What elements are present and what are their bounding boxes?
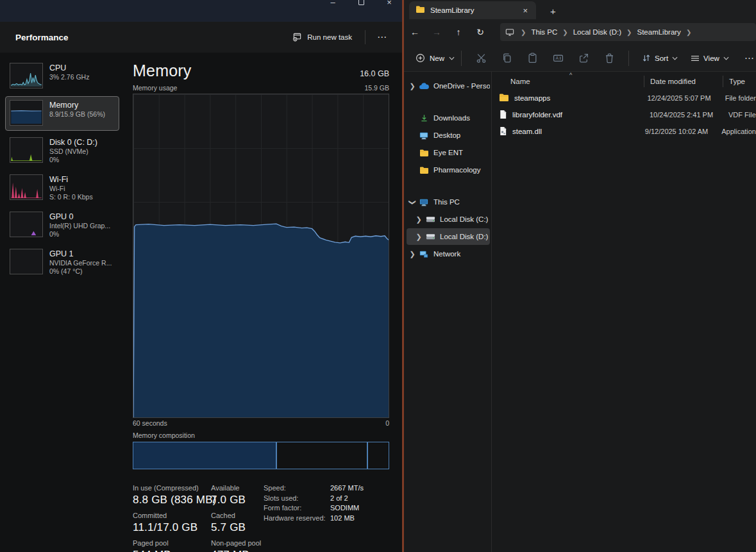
memory-usage-label: Memory usage [133, 84, 177, 92]
file-row-libraryfolder-vdf[interactable]: libraryfolder.vdf 10/24/2025 2:41 PM VDF… [494, 106, 756, 123]
sidebar-item-gpu1[interactable]: GPU 1 NVIDIA GeForce R... 0% (47 °C) [5, 245, 119, 280]
column-header-name[interactable]: ^ Name [494, 78, 644, 85]
memory-stats: 8.9/15.9 GB (56%) [49, 110, 105, 119]
copy-icon[interactable] [494, 53, 519, 63]
new-tab-button[interactable]: + [546, 6, 560, 19]
memory-composition-label: Memory composition [133, 431, 389, 439]
gpu0-label: GPU 0 [49, 212, 110, 222]
view-button[interactable]: View [684, 54, 735, 62]
nav-item-pharmacology[interactable]: Pharmacology [407, 162, 490, 178]
nav-item-onedrive[interactable]: ❯ OneDrive - Persona [407, 78, 490, 94]
composition-segment-standby [276, 442, 367, 469]
up-icon[interactable]: ↑ [448, 27, 469, 37]
nav-item-desktop[interactable]: Desktop [407, 127, 490, 144]
rename-icon[interactable]: A [545, 53, 571, 63]
nav-item-eye-ent[interactable]: Eye ENT [407, 144, 490, 161]
share-icon[interactable] [571, 53, 596, 63]
breadcrumb-local-disk-d[interactable]: Local Disk (D:) [569, 28, 625, 36]
chevron-right-icon[interactable]: ❯ [407, 82, 418, 90]
nav-item-local-disk-c[interactable]: ❯ Local Disk (C:) [407, 211, 490, 228]
file-row-steam-dll[interactable]: steam.dll 9/12/2025 10:02 AM Application [494, 123, 756, 140]
downloads-icon [418, 114, 430, 122]
sidebar-item-wifi[interactable]: Wi-Fi Wi-Fi S: 0 R: 0 Kbps [5, 171, 119, 205]
nav-item-local-disk-d[interactable]: ❯ Local Disk (D:) [407, 228, 490, 245]
this-pc-icon [504, 28, 516, 37]
memory-detail-panel: Memory 16.0 GB Memory usage 15.9 GB 60 s… [133, 62, 389, 552]
desktop-icon [418, 131, 430, 140]
paste-icon[interactable] [519, 53, 545, 63]
speed-value: 2667 MT/s [330, 484, 364, 492]
sort-ascending-icon: ^ [569, 72, 572, 78]
file-row-steamapps[interactable]: steamapps 12/24/2025 5:07 PM File folder [494, 90, 756, 106]
breadcrumb-separator: ❯ [625, 29, 633, 36]
onedrive-cloud-icon [418, 82, 430, 90]
folder-icon [418, 149, 430, 157]
chevron-expanded-icon[interactable]: ❯ [408, 196, 417, 208]
form-factor-value: SODIMM [330, 504, 364, 512]
memory-total: 16.0 GB [360, 69, 389, 78]
nav-item-network[interactable]: ❯ Network [407, 246, 490, 262]
sort-icon [642, 54, 651, 62]
gpu1-sparkline [10, 249, 43, 274]
column-header-type[interactable]: Type [723, 76, 745, 87]
drive-icon [424, 215, 436, 223]
file-icon [499, 110, 507, 121]
cut-icon[interactable] [468, 53, 494, 63]
chevron-down-icon [449, 56, 455, 60]
close-icon[interactable]: × [383, 0, 395, 8]
refresh-icon[interactable]: ↻ [469, 27, 491, 37]
memory-composition-bar[interactable] [133, 442, 389, 469]
disk-label: Disk 0 (C: D:) [49, 138, 97, 147]
sidebar-item-disk0[interactable]: Disk 0 (C: D:) SSD (NVMe) 0% [5, 133, 119, 168]
column-header-date-modified[interactable]: Date modified [644, 76, 723, 87]
toolbar-more-button[interactable]: ⋯ [744, 53, 755, 64]
file-list: ^ Name Date modified Type steamapps 12/2… [494, 72, 756, 552]
explorer-tab-bar: SteamLibrary × + [404, 0, 756, 19]
disk-type: SSD (NVMe) [49, 147, 97, 156]
folder-icon [418, 166, 430, 174]
form-factor-label: Form factor: [264, 504, 330, 512]
tab-steamlibrary[interactable]: SteamLibrary × [409, 1, 536, 19]
composition-segment-free [367, 442, 389, 469]
breadcrumb[interactable]: ❯ This PC ❯ Local Disk (D:) ❯ SteamLibra… [500, 23, 756, 41]
nav-section-gap [404, 95, 492, 109]
back-icon[interactable]: ← [404, 27, 426, 37]
nav-item-this-pc[interactable]: ❯ This PC [407, 194, 490, 210]
composition-segment-in-use [133, 442, 276, 469]
tab-folder-icon [416, 4, 425, 16]
maximize-icon[interactable] [355, 0, 367, 8]
run-new-task-button[interactable]: Run new task [286, 28, 358, 47]
timeline-right-label: 0 [385, 419, 389, 427]
forward-icon[interactable]: → [426, 27, 448, 37]
sidebar-item-gpu0[interactable]: GPU 0 Intel(R) UHD Grap... 0% [5, 208, 119, 242]
run-new-task-icon [292, 32, 302, 43]
sort-button[interactable]: Sort [635, 54, 684, 62]
wifi-name: Wi-Fi [49, 185, 93, 193]
page-title: Performance [15, 33, 69, 42]
minimize-icon[interactable]: – [327, 0, 339, 8]
memory-sparkline [10, 100, 43, 126]
sidebar-item-memory[interactable]: Memory 8.9/15.9 GB (56%) [5, 96, 119, 131]
breadcrumb-this-pc[interactable]: This PC [527, 28, 561, 36]
file-date: 12/24/2025 5:07 PM [641, 94, 719, 102]
task-manager-more-button[interactable]: ⋯ [372, 29, 392, 46]
drive-icon [424, 233, 436, 240]
explorer-nav-pane: ❯ OneDrive - Persona Downloads Deskt [404, 72, 492, 552]
performance-sidebar: CPU 3% 2.76 GHz Memory 8.9/15.9 GB (56%) [5, 59, 119, 282]
breadcrumb-steamlibrary[interactable]: SteamLibrary [633, 28, 684, 36]
slots-value: 2 of 2 [330, 494, 364, 502]
chevron-right-icon[interactable]: ❯ [407, 250, 418, 258]
delete-icon[interactable] [596, 53, 622, 63]
chevron-right-icon[interactable]: ❯ [413, 233, 424, 241]
gpu0-name: Intel(R) UHD Grap... [49, 222, 110, 230]
nav-item-downloads[interactable]: Downloads [407, 110, 490, 126]
sidebar-item-cpu[interactable]: CPU 3% 2.76 GHz [5, 59, 119, 94]
gpu1-name: NVIDIA GeForce R... [49, 259, 112, 267]
new-button[interactable]: New [416, 53, 455, 63]
memory-usage-area [133, 224, 389, 417]
disk-sparkline [10, 137, 43, 163]
chevron-right-icon[interactable]: ❯ [413, 215, 424, 224]
tab-close-icon[interactable]: × [519, 6, 531, 15]
file-type: Application [716, 128, 756, 135]
nav-section-gap [404, 179, 492, 193]
